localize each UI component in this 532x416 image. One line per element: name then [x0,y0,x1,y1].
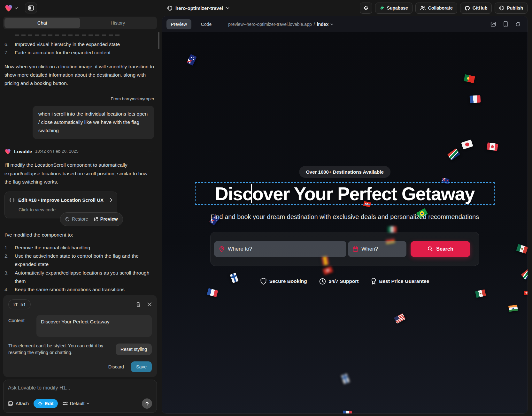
chat-input-box[interactable]: Ask Lovable to modify H1... Attach Edit … [3,380,157,413]
code-icon [9,198,15,202]
chat-scrollbar[interactable] [158,32,159,49]
assistant-header: Lovable 18:42 on Feb 20, 2025 ··· [4,147,154,156]
save-button[interactable]: Save [131,361,152,372]
assistant-list-bottom: 1. Remove the manual click handling 2. U… [4,244,154,294]
sidebar-tabs: Chat History [3,17,157,29]
chat-sidebar: Chat History 6. Improved visual hierarch… [0,16,160,416]
assistant-paragraph: Now when you click on a location image, … [4,63,154,88]
lovable-heart-icon [4,148,11,155]
delete-element-button[interactable] [136,302,141,307]
feature-support: 24/7 Support [319,278,359,285]
preview-toolbar: Preview Code preview--hero-optimizer-tra… [162,16,528,32]
floating-flags-layer [162,32,528,414]
shield-icon [260,278,266,285]
lovable-logo-heart-icon[interactable] [4,4,13,12]
flag-canada-icon [487,142,498,151]
clock-icon [319,278,326,285]
preview-url[interactable]: preview--hero-optimizer-travel.lovable.a… [228,22,333,27]
send-message-button[interactable] [142,398,152,409]
assistant-paragraph: I've modified the component to: [4,231,154,239]
hero-subtitle: Find and book your dream destination wit… [162,213,528,221]
content-field-label: Content [8,315,28,337]
flag-france-icon [470,95,481,103]
hero-heading[interactable]: Discover Your Perfect Getaway [215,183,474,204]
project-chevron-down-icon [226,7,229,9]
flag-switzerland-icon [323,266,333,275]
chat-message-list[interactable]: 6. Improved visual hierarchy in the expa… [0,31,160,294]
external-link-icon [94,217,98,222]
tab-history[interactable]: History [80,18,156,28]
list-item: 2. Use the activeIndex state to control … [4,252,154,269]
restore-icon [65,217,70,222]
list-item: 3. Automatically expand/collapse locatio… [4,269,154,286]
restore-button[interactable]: Restore [65,215,88,223]
calendar-icon [353,246,358,252]
element-editor-panel: тT h1 Content Discover Your Perfect Geta… [3,295,157,377]
feature-best-price: Best Price Guarantee [371,278,429,285]
message-timestamp: 18:42 on Feb 20, 2025 [35,148,79,155]
tab-preview[interactable]: Preview [166,19,191,29]
flag-france-icon [343,411,352,414]
default-mode-dropdown[interactable]: Default [63,401,90,406]
flag-japan-icon [461,140,473,149]
supabase-button[interactable]: Supabase [375,3,412,14]
list-item: 4. Keep the same smooth animations and t… [4,285,154,293]
url-chevron-down-icon [330,23,333,25]
text-caret [251,184,252,203]
collaborate-button[interactable]: Collaborate [415,3,457,14]
edit-mode-button[interactable]: Edit [34,399,58,408]
close-panel-button[interactable] [147,302,152,306]
when-input[interactable]: When? [348,241,406,257]
publish-button[interactable]: Publish [495,3,528,14]
flag-australia-icon [187,54,197,66]
tab-code[interactable]: Code [197,19,216,29]
discard-button[interactable]: Discard [108,364,124,369]
search-button[interactable]: Search [411,241,470,257]
github-button[interactable]: GitHub [460,3,492,14]
target-icon [38,401,42,406]
sliders-icon [63,401,68,406]
attach-button[interactable]: Attach [8,401,29,406]
assistant-paragraph: I'll modify the LocationScroll component… [4,161,154,186]
open-in-new-tab-button[interactable] [490,21,496,27]
flag-usa-icon [394,313,405,324]
preview-button[interactable]: Preview [94,215,118,223]
reset-styling-button[interactable]: Reset styling [116,344,152,355]
list-item: 6. Improved visual hierarchy in the expa… [4,40,154,49]
flag-southafrica-icon [447,148,460,161]
flag-mexico-icon [475,289,486,298]
image-icon [8,401,13,406]
flag-france-icon [207,288,218,297]
element-tag-pill[interactable]: тT h1 [8,299,31,309]
element-tag-label: h1 [20,302,26,307]
flag-india-icon [508,305,518,312]
award-icon [371,278,376,285]
project-switcher[interactable]: hero-optimizer-travel [167,5,229,11]
clipped-text-line [15,34,120,36]
flag-portugal-icon [464,74,475,83]
refresh-button[interactable] [515,22,520,27]
search-bar: Where to? When? Search [210,232,479,266]
logo-chevron-down-icon[interactable] [15,7,18,9]
preview-url-page: index [317,22,329,27]
restore-preview-pill: Restore Preview [60,212,123,226]
message-menu-button[interactable]: ··· [148,147,154,156]
flag-finland-icon [341,374,350,384]
mobile-view-button[interactable] [504,21,508,27]
gear-icon [363,5,369,11]
selected-h1-element[interactable]: Discover Your Perfect Getaway [195,182,495,205]
feature-list: Secure Booking 24/7 Support Best Price G… [162,278,528,285]
sidebar-toggle-button[interactable] [25,3,37,13]
preview-viewport[interactable]: Over 1000+ Destinations Available Discov… [162,32,528,414]
where-to-input[interactable]: Where to? [214,241,346,257]
edit-card-title: Edit #18 • Improve Location Scroll UX [18,196,106,204]
chat-input-placeholder[interactable]: Ask Lovable to modify H1... [8,385,152,391]
feature-secure-booking: Secure Booking [260,278,307,285]
settings-button[interactable] [360,3,372,14]
chevron-right-icon [110,198,112,202]
tab-chat[interactable]: Chat [4,18,80,28]
people-icon [420,6,426,11]
supabase-bolt-icon [380,5,384,11]
content-textarea[interactable]: Discover Your Perfect Getaway [36,315,152,337]
edit-card-wrapper: Edit #18 • Improve Location Scroll UX Cl… [4,192,154,225]
